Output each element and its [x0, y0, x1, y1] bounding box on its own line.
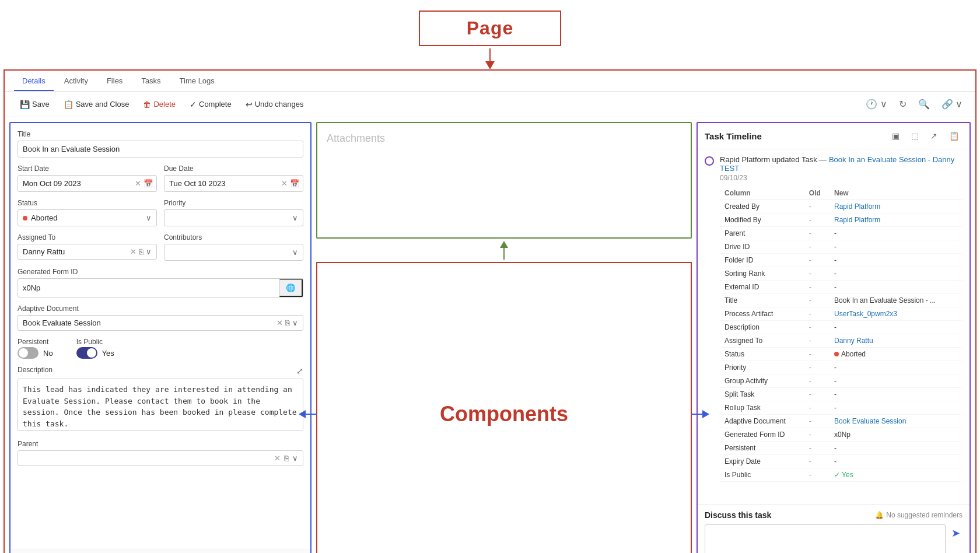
due-date-clear-icon[interactable]: ✕: [281, 179, 288, 188]
title-field-group: Title: [18, 130, 303, 158]
history-button[interactable]: 🕐 ∨: [862, 96, 890, 112]
tab-details[interactable]: Details: [14, 71, 54, 91]
adaptive-document-wrap: Book Evaluate Session ✕ ⎘ ∨: [18, 315, 303, 331]
assigned-chevron-icon[interactable]: ∨: [146, 247, 152, 256]
assigned-to-field-group: Assigned To Danny Rattu ✕ ⎘ ∨: [18, 233, 157, 261]
start-date-input[interactable]: [18, 176, 131, 191]
start-date-icons: ✕ 📅: [131, 179, 156, 188]
priority-label: Priority: [164, 199, 303, 207]
send-button[interactable]: ➤: [949, 524, 963, 542]
table-row: Drive ID--: [720, 240, 963, 254]
arrow-up-green: [500, 241, 508, 260]
parent-field-group: Parent ✕ ⎘ ∨: [18, 440, 303, 466]
discuss-title: Discuss this task: [705, 510, 771, 520]
tab-timelogs[interactable]: Time Logs: [172, 71, 223, 91]
description-field-group: Description ⤢ This lead has indicated th…: [18, 366, 303, 433]
persistent-knob: [19, 348, 28, 358]
adaptive-doc-link[interactable]: Book Evaluate Session: [834, 417, 906, 425]
parent-copy-icon[interactable]: ⎘: [284, 454, 289, 463]
event-title-text: Rapid Platform updated Task —: [720, 155, 829, 164]
table-row: Rollup Task--: [720, 401, 963, 415]
middle-panel: Attachments C: [316, 122, 692, 553]
expand-icon[interactable]: ⤢: [296, 366, 303, 376]
adaptive-chevron-icon[interactable]: ∨: [292, 318, 298, 327]
adaptive-document-value: Book Evaluate Session: [23, 318, 273, 327]
complete-button[interactable]: ✓ Complete: [184, 97, 237, 112]
adaptive-clear-icon[interactable]: ✕: [276, 318, 283, 327]
title-input[interactable]: [18, 141, 303, 158]
is-public-knob: [87, 348, 96, 358]
table-row: Is Public-✓ Yes: [720, 468, 963, 482]
form-scroll: Title Start Date ✕ 📅: [10, 123, 310, 550]
globe-button[interactable]: 🌐: [279, 279, 303, 297]
table-row: Process Artifact-UserTask_0pwm2x3: [720, 307, 963, 321]
assigned-to-label: Assigned To: [18, 233, 157, 242]
parent-chevron-icon[interactable]: ∨: [292, 454, 298, 463]
parent-input[interactable]: [23, 454, 271, 463]
contributors-label: Contributors: [164, 233, 303, 242]
save-close-button[interactable]: 📋 Save and Close: [58, 97, 135, 112]
tab-files[interactable]: Files: [99, 71, 131, 91]
refresh-button[interactable]: ↻: [895, 96, 910, 112]
table-row: Modified By-Rapid Platform: [720, 214, 963, 227]
contributors-select[interactable]: ∨: [164, 244, 303, 261]
persistent-value: No: [43, 349, 53, 358]
page-title: Page: [419, 10, 561, 46]
timeline-icon-1[interactable]: ▣: [888, 129, 903, 143]
generated-form-id-label: Generated Form ID: [18, 268, 303, 276]
persistent-toggle-wrap: Persistent No: [18, 338, 53, 359]
toolbar-right: 🕐 ∨ ↻ 🔍 🔗 ∨: [862, 96, 966, 112]
task-timeline-title: Task Timeline: [705, 131, 762, 141]
timeline-icon-2[interactable]: ⬚: [908, 129, 922, 143]
aborted-dot: [834, 352, 839, 356]
start-date-clear-icon[interactable]: ✕: [135, 179, 141, 188]
tab-tasks[interactable]: Tasks: [133, 71, 169, 91]
components-label: Components: [440, 402, 568, 426]
undo-button[interactable]: ↩ Undo changes: [240, 97, 310, 112]
generated-form-id-input[interactable]: [18, 280, 279, 296]
assigned-contributors-row: Assigned To Danny Rattu ✕ ⎘ ∨ Contributo…: [18, 233, 303, 268]
status-select[interactable]: Aborted ∨: [18, 209, 157, 226]
table-row: Created By-Rapid Platform: [720, 200, 963, 214]
assigned-copy-icon[interactable]: ⎘: [139, 247, 144, 256]
priority-select[interactable]: ∨: [164, 209, 303, 226]
table-row: Group Activity--: [720, 374, 963, 388]
assigned-clear-icon[interactable]: ✕: [130, 247, 136, 256]
process-artifact-link[interactable]: UserTask_0pwm2x3: [834, 310, 897, 318]
start-date-label: Start Date: [18, 164, 157, 173]
timeline-dot: [705, 156, 714, 166]
start-date-field-group: Start Date ✕ 📅: [18, 164, 157, 192]
assigned-to-wrap: Danny Rattu ✕ ⎘ ∨: [18, 244, 157, 260]
adaptive-link-icon[interactable]: ⎘: [285, 318, 290, 327]
timeline-event: Rapid Platform updated Task — Book In an…: [705, 155, 963, 482]
save-button[interactable]: 💾 Save: [14, 97, 55, 112]
toggle-row: Persistent No Is Public: [18, 338, 303, 359]
is-public-toggle[interactable]: [76, 347, 97, 359]
due-date-icons: ✕ 📅: [278, 179, 303, 188]
priority-field-group: Priority ∨: [164, 199, 303, 226]
timeline-table: Column Old New Created By-Rapid Platform…: [720, 187, 963, 482]
delete-button[interactable]: 🗑 Delete: [137, 97, 181, 112]
tab-activity[interactable]: Activity: [56, 71, 96, 91]
event-date: 09/10/23: [720, 174, 963, 182]
description-textarea[interactable]: This lead has indicated they are interes…: [18, 379, 303, 431]
table-row: External ID--: [720, 281, 963, 294]
due-date-input[interactable]: [164, 176, 278, 191]
arrow-head-right: [702, 410, 709, 418]
created-by-link[interactable]: Rapid Platform: [834, 202, 880, 211]
table-row: Title-Book In an Evaluate Session - ...: [720, 294, 963, 307]
due-date-calendar-icon[interactable]: 📅: [290, 179, 299, 188]
discuss-input[interactable]: [705, 524, 946, 553]
start-date-calendar-icon[interactable]: 📅: [144, 179, 153, 188]
generated-form-id-field-group: Generated Form ID 🌐: [18, 268, 303, 298]
modified-by-link[interactable]: Rapid Platform: [834, 216, 880, 224]
assigned-to-link[interactable]: Danny Rattu: [834, 337, 873, 345]
search-button[interactable]: 🔍: [915, 96, 933, 112]
main-content: Title Start Date ✕ 📅: [5, 117, 975, 553]
parent-clear-icon[interactable]: ✕: [274, 454, 281, 463]
timeline-icon-4[interactable]: 📋: [946, 129, 963, 143]
persistent-toggle[interactable]: [18, 347, 38, 359]
timeline-icon-3[interactable]: ↗: [927, 129, 941, 143]
table-row: Adaptive Document-Book Evaluate Session: [720, 415, 963, 428]
link-button[interactable]: 🔗 ∨: [938, 96, 966, 112]
